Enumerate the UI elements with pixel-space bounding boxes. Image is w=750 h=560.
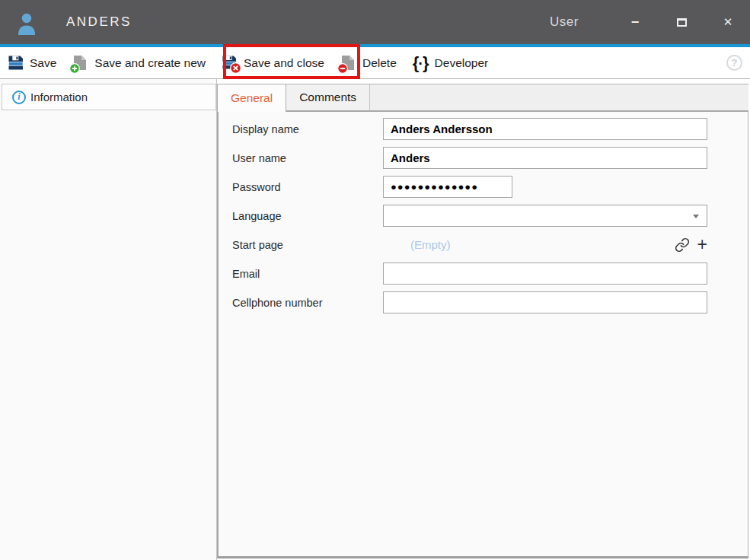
minimize-button[interactable]: − [629, 14, 641, 30]
maximize-button[interactable] [675, 14, 688, 30]
form-row-password: Password [232, 176, 707, 198]
delete-label: Delete [362, 56, 397, 70]
maximize-icon [677, 18, 687, 27]
save-and-close-label: Save and close [244, 56, 324, 70]
sidebar-item-information[interactable]: i Information [2, 84, 216, 110]
link-icon[interactable] [675, 237, 690, 253]
email-input[interactable] [383, 262, 707, 285]
start-page-label: Start page [232, 239, 383, 251]
left-panel: i Information [0, 79, 217, 560]
save-and-close-button[interactable]: Save and close [222, 47, 324, 79]
document-delete-icon [340, 55, 357, 72]
save-close-icon [222, 55, 238, 72]
language-select[interactable] [383, 205, 707, 227]
tabstrip: General Comments [217, 79, 748, 110]
close-badge-icon [230, 62, 241, 74]
form-row-user-name: User name [232, 147, 707, 169]
password-input[interactable] [383, 176, 512, 198]
user-avatar-icon [17, 11, 37, 36]
tabstrip-filler [370, 84, 748, 110]
user-window: ANDERS User − ✕ Save [0, 0, 750, 560]
entity-type-label: User [550, 14, 579, 30]
remove-badge-icon [337, 63, 348, 74]
email-label: Email [232, 268, 383, 280]
body: i Information General Comments Display n… [0, 79, 750, 560]
save-label: Save [30, 56, 56, 70]
user-name-label: User name [232, 152, 383, 164]
developer-button[interactable]: {·} Developer [413, 47, 488, 79]
information-label: Information [30, 91, 88, 103]
titlebar: ANDERS User − ✕ [0, 0, 750, 44]
record-title: ANDERS [66, 14, 132, 30]
form-row-start-page: Start page (Empty) + [232, 234, 707, 256]
close-button[interactable]: ✕ [722, 14, 734, 30]
display-name-input[interactable] [383, 118, 707, 140]
add-icon[interactable]: + [697, 236, 707, 253]
document-add-icon [72, 55, 89, 72]
tab-general[interactable]: General [217, 84, 286, 112]
tab-comments[interactable]: Comments [286, 84, 370, 110]
cellphone-label: Cellphone number [232, 297, 383, 309]
start-page-empty-value: (Empty) [410, 238, 451, 251]
form-row-email: Email [232, 262, 707, 285]
form-row-language: Language [232, 205, 707, 227]
save-floppy-icon [8, 55, 24, 72]
save-and-create-new-label: Save and create new [94, 56, 206, 70]
general-tab-content: Display name User name Password Language [217, 110, 748, 558]
info-icon: i [12, 91, 26, 104]
form-row-display-name: Display name [232, 118, 707, 140]
toolbar: Save Save and create new [0, 47, 750, 79]
save-and-create-new-button[interactable]: Save and create new [72, 47, 206, 79]
password-label: Password [232, 181, 383, 193]
language-label: Language [232, 210, 383, 222]
user-name-input[interactable] [383, 147, 707, 169]
save-button[interactable]: Save [8, 47, 56, 79]
cellphone-input[interactable] [383, 291, 707, 313]
code-braces-icon: {·} [413, 55, 429, 72]
form-row-cellphone: Cellphone number [232, 291, 707, 313]
add-badge-icon [69, 63, 80, 74]
display-name-label: Display name [232, 123, 383, 135]
start-page-actions: + [675, 236, 707, 253]
delete-button[interactable]: Delete [340, 47, 397, 79]
main-area: General Comments Display name User name … [217, 79, 750, 560]
developer-label: Developer [435, 56, 489, 70]
chevron-down-icon [693, 215, 699, 218]
help-icon[interactable]: ? [726, 55, 742, 71]
